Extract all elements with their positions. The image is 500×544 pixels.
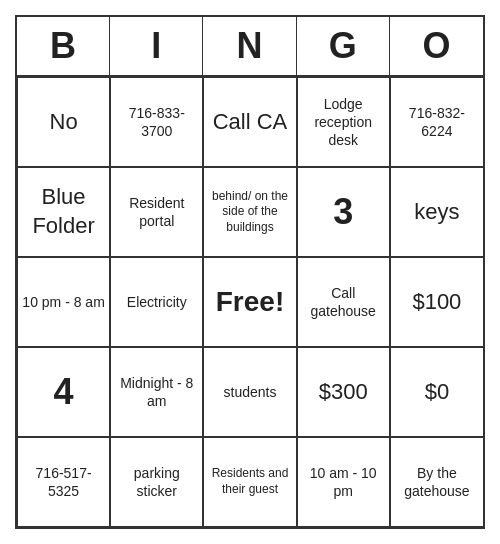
bingo-cell: Call gatehouse <box>297 257 390 347</box>
cell-text: parking sticker <box>115 464 198 500</box>
bingo-cell: behind/ on the side of the buildings <box>203 167 296 257</box>
bingo-header: BINGO <box>17 17 483 77</box>
cell-text: 716-833-3700 <box>115 104 198 140</box>
cell-text: behind/ on the side of the buildings <box>208 189 291 236</box>
header-letter: N <box>203 17 296 75</box>
bingo-cell: No <box>17 77 110 167</box>
cell-text: Free! <box>216 284 284 320</box>
bingo-cell: Residents and their guest <box>203 437 296 527</box>
bingo-grid: No716-833-3700Call CALodge reception des… <box>17 77 483 527</box>
bingo-cell: Call CA <box>203 77 296 167</box>
bingo-cell: parking sticker <box>110 437 203 527</box>
bingo-cell: Free! <box>203 257 296 347</box>
bingo-card: BINGO No716-833-3700Call CALodge recepti… <box>15 15 485 529</box>
bingo-cell: Blue Folder <box>17 167 110 257</box>
cell-text: Blue Folder <box>22 183 105 240</box>
bingo-cell: 716-517-5325 <box>17 437 110 527</box>
cell-text: 3 <box>333 189 353 236</box>
cell-text: Resident portal <box>115 194 198 230</box>
bingo-cell: 716-832-6224 <box>390 77 483 167</box>
bingo-cell: 716-833-3700 <box>110 77 203 167</box>
bingo-cell: $100 <box>390 257 483 347</box>
bingo-cell: By the gatehouse <box>390 437 483 527</box>
cell-text: $0 <box>425 378 449 407</box>
bingo-cell: keys <box>390 167 483 257</box>
cell-text: 4 <box>54 369 74 416</box>
cell-text: Lodge reception desk <box>302 95 385 150</box>
cell-text: Electricity <box>127 293 187 311</box>
cell-text: Midnight - 8 am <box>115 374 198 410</box>
bingo-cell: Electricity <box>110 257 203 347</box>
header-letter: B <box>17 17 110 75</box>
bingo-cell: 10 pm - 8 am <box>17 257 110 347</box>
cell-text: students <box>224 383 277 401</box>
bingo-cell: 3 <box>297 167 390 257</box>
cell-text: keys <box>414 198 459 227</box>
bingo-cell: Lodge reception desk <box>297 77 390 167</box>
bingo-cell: 4 <box>17 347 110 437</box>
cell-text: By the gatehouse <box>395 464 479 500</box>
bingo-cell: $0 <box>390 347 483 437</box>
cell-text: 716-517-5325 <box>22 464 105 500</box>
bingo-cell: Midnight - 8 am <box>110 347 203 437</box>
cell-text: 10 pm - 8 am <box>22 293 104 311</box>
bingo-cell: $300 <box>297 347 390 437</box>
cell-text: 716-832-6224 <box>395 104 479 140</box>
cell-text: Call gatehouse <box>302 284 385 320</box>
bingo-cell: students <box>203 347 296 437</box>
header-letter: I <box>110 17 203 75</box>
cell-text: $100 <box>412 288 461 317</box>
cell-text: 10 am - 10 pm <box>302 464 385 500</box>
header-letter: O <box>390 17 483 75</box>
cell-text: Residents and their guest <box>208 466 291 497</box>
cell-text: $300 <box>319 378 368 407</box>
bingo-cell: 10 am - 10 pm <box>297 437 390 527</box>
header-letter: G <box>297 17 390 75</box>
cell-text: No <box>50 108 78 137</box>
cell-text: Call CA <box>213 108 288 137</box>
bingo-cell: Resident portal <box>110 167 203 257</box>
